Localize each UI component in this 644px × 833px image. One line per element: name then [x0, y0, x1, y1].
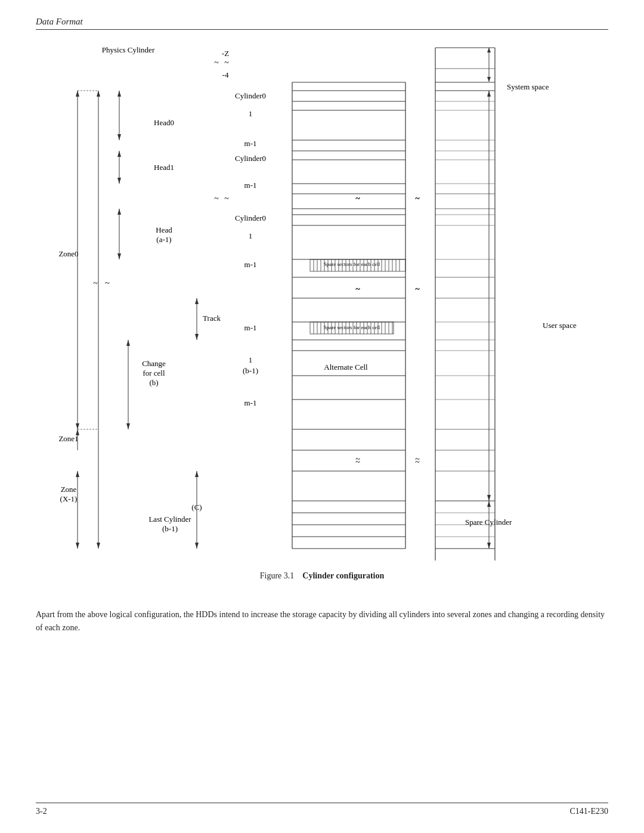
minus-z-label: -Z: [222, 49, 229, 58]
sys-arrow-up: [487, 48, 491, 52]
last-b1-label: (b-1): [162, 524, 178, 533]
physics-cylinder-label: Physics Cylinder: [102, 45, 155, 54]
head0-arrow-top: [117, 91, 121, 97]
page-header: Data Format: [36, 17, 608, 30]
m1-label-4: m-1: [244, 323, 257, 332]
sys-arrow-down: [487, 77, 491, 82]
cell-b-label: (b): [149, 378, 158, 387]
for-cell-label: for cell: [143, 368, 165, 377]
cylinder0-label-2: Cylinder0: [235, 154, 266, 163]
phys-arrow-top: [97, 91, 100, 97]
figure-caption: Figure 3.1 Cylinder configuration: [36, 571, 608, 581]
cylinder0-label-3: Cylinder0: [235, 213, 266, 222]
track-arrow-bot: [195, 334, 199, 340]
last-cylinder-label: Last Cylinder: [148, 515, 191, 524]
cylinder0-label-1: Cylinder0: [235, 91, 266, 100]
change-arrow-bot: [126, 423, 130, 429]
system-space-label: System space: [507, 82, 549, 91]
tilde1: ~: [214, 58, 219, 67]
tilde-rc6: ~: [415, 455, 420, 464]
head0-arrow-bot: [117, 134, 121, 140]
head-a1-arrow-top: [117, 209, 121, 215]
spare-label-1: Spare sectors for each cell: [324, 261, 380, 267]
head1-arrow-top: [117, 151, 121, 157]
m1-label-1: m-1: [244, 139, 257, 148]
tilde-rc3: ~: [355, 285, 360, 294]
head-a1-label: Head: [156, 225, 172, 234]
zone-x1-arrow-top: [76, 471, 79, 477]
zone-x1-label: Zone: [61, 485, 77, 494]
tilde4: ~: [224, 194, 229, 203]
spare-label-2: Spare sectors for each cell: [324, 324, 380, 330]
spare-cyl-arrow-bot: [487, 543, 491, 549]
m1-label-3: m-1: [244, 260, 257, 269]
zone0-arrow-bot: [76, 423, 79, 429]
m1-label-5: m-1: [244, 398, 257, 407]
figure-title: Cylinder configuration: [302, 571, 384, 580]
zone-x1b-label: (X-1): [60, 494, 78, 503]
change-label: Change: [142, 359, 166, 368]
tilde-rc5: ~: [355, 455, 360, 464]
footer-page-number: 3-2: [36, 807, 47, 816]
zone-x1-arrow-bot: [76, 543, 79, 549]
body-paragraph: Apart from the above logical configurati…: [36, 608, 608, 635]
tilde7: ~: [93, 279, 98, 288]
user-space-label: User space: [543, 321, 577, 330]
zone0-arrow-top: [76, 91, 79, 97]
head1-label: Head1: [154, 163, 174, 172]
minus-4-label: -4: [222, 70, 229, 79]
track-label: Track: [203, 314, 221, 323]
head-a1-arrow-bot: [117, 253, 121, 259]
tilde2: ~: [224, 58, 229, 67]
c-arrow-top: [195, 471, 199, 477]
tilde8: ~: [105, 279, 110, 288]
user-arrow-bot: [487, 495, 491, 501]
track-arrow-top: [195, 298, 199, 304]
spare-cyl-arrow-top: [487, 501, 491, 507]
change-arrow-top: [126, 340, 130, 346]
one-label-3: 1: [249, 355, 253, 364]
user-arrow-top: [487, 91, 491, 97]
one-label-1: 1: [249, 109, 253, 118]
tilde-rc1: ~: [355, 194, 360, 203]
zone1-label: Zone1: [58, 434, 78, 443]
zone1-arrow-top: [76, 429, 79, 435]
head1-arrow-bot: [117, 178, 121, 184]
head-a1b-label: (a-1): [156, 235, 171, 244]
footer-doc-number: C141-E230: [569, 807, 608, 816]
body-text: Apart from the above logical configurati…: [36, 608, 608, 635]
diagram-container: Physics Cylinder -Z ~ ~ -4 System space …: [36, 36, 608, 561]
c-arrow-bot: [195, 543, 199, 549]
header-title: Data Format: [36, 17, 83, 27]
b1-label: (b-1): [243, 366, 258, 375]
phys-arrow-bot: [97, 543, 100, 549]
one-label-2: 1: [249, 231, 253, 240]
cylinder-diagram: Physics Cylinder -Z ~ ~ -4 System space …: [36, 36, 608, 561]
figure-number: Figure 3.1: [260, 571, 295, 580]
tilde-rc2: ~: [415, 194, 420, 203]
zone0-label: Zone0: [58, 249, 78, 258]
m1-label-2: m-1: [244, 181, 257, 190]
page-footer: 3-2 C141-E230: [36, 803, 608, 816]
tilde-rc4: ~: [415, 285, 420, 294]
tilde3: ~: [214, 194, 219, 203]
head0-label: Head0: [154, 118, 174, 127]
alternate-cell-label: Alternate Cell: [324, 363, 368, 371]
